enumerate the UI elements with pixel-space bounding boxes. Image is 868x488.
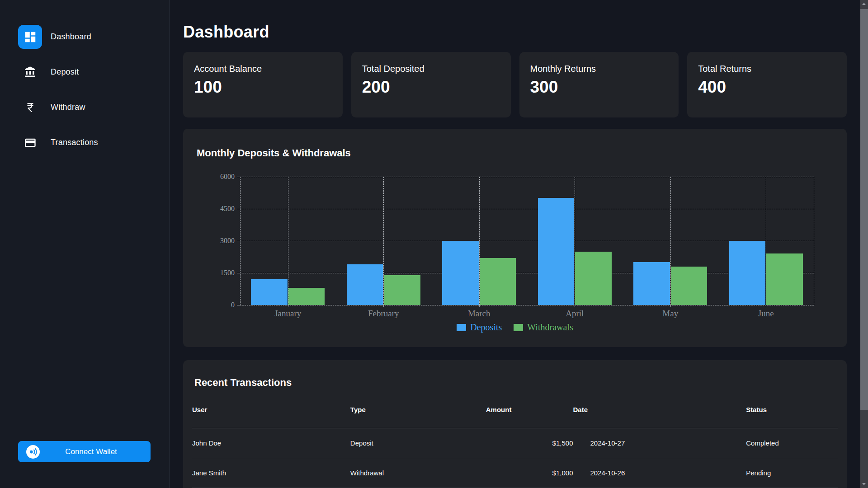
gridline-vertical [814, 177, 814, 305]
chart-title: Monthly Deposits & Withdrawals [197, 147, 833, 159]
gridline-horizontal [240, 241, 814, 241]
bar-withdrawals-april [575, 252, 611, 305]
x-axis-tick [479, 305, 480, 307]
connect-wallet-button[interactable]: Connect Wallet [18, 441, 151, 462]
cell-date: 2024-10-26 [573, 458, 728, 488]
cell-date: 2024-10-27 [573, 428, 728, 458]
scrollbar-down-button[interactable] [860, 480, 868, 488]
x-axis-label: April [566, 309, 584, 319]
x-axis-tick [670, 305, 671, 307]
y-axis-label: 1500 [198, 269, 235, 277]
sidebar-item-withdraw[interactable]: Withdraw [18, 95, 169, 119]
column-header-date: Date [573, 401, 728, 428]
y-axis-label: 4500 [198, 205, 235, 213]
stat-card-total-returns: Total Returns 400 [687, 52, 847, 117]
cell-type: Deposit [350, 428, 486, 458]
y-axis-tick [237, 273, 240, 273]
y-axis-label: 3000 [198, 237, 235, 245]
table-row: Jane Smith Withdrawal $1,000 2024-10-26 … [192, 458, 838, 488]
stat-label: Total Returns [698, 64, 836, 74]
bar-withdrawals-march [480, 258, 516, 305]
bar-deposits-may [633, 262, 670, 305]
x-axis-label: January [274, 309, 301, 319]
stat-value: 100 [194, 78, 332, 97]
cell-amount: $1,000 [486, 458, 573, 488]
stat-label: Monthly Returns [530, 64, 668, 74]
rupee-icon [18, 95, 42, 119]
cell-amount: $1,500 [486, 428, 573, 458]
sidebar-item-dashboard[interactable]: Dashboard [18, 25, 169, 49]
bank-icon [18, 60, 42, 84]
sidebar-item-label: Withdraw [51, 103, 85, 112]
sidebar-item-label: Transactions [51, 138, 98, 147]
bar-withdrawals-january [288, 288, 325, 305]
table-row: John Doe Deposit $1,500 2024-10-27 Compl… [192, 428, 838, 458]
scroll-down-icon [862, 483, 866, 485]
x-axis-label: March [468, 309, 491, 319]
cell-user: John Doe [192, 428, 350, 458]
sidebar: Dashboard Deposit Withdraw [0, 0, 170, 488]
stats-row: Account Balance 100 Total Deposited 200 … [183, 52, 847, 117]
chart-legend: DepositsWithdrawals [197, 322, 833, 333]
bar-deposits-february [347, 264, 383, 305]
legend-label: Deposits [470, 322, 502, 333]
stat-card-monthly-returns: Monthly Returns 300 [519, 52, 679, 117]
cell-type: Withdrawal [350, 458, 486, 488]
x-axis-tick [288, 305, 288, 307]
sidebar-item-label: Dashboard [51, 32, 91, 42]
recent-transactions-card: Recent Transactions User Type Amount Dat… [183, 360, 847, 488]
chart-card: Monthly Deposits & Withdrawals 015003000… [183, 129, 847, 347]
stat-value: 300 [530, 78, 668, 97]
gridline-vertical [240, 177, 241, 305]
legend-swatch [457, 324, 466, 331]
bar-deposits-april [538, 198, 574, 305]
bar-withdrawals-june [766, 253, 802, 305]
x-axis-label: May [662, 309, 678, 319]
main-content: Dashboard Account Balance 100 Total Depo… [170, 0, 868, 488]
scrollbar-thumb[interactable] [860, 9, 868, 410]
sidebar-item-label: Deposit [51, 67, 79, 77]
connect-wallet-label: Connect Wallet [40, 447, 142, 456]
stat-value: 200 [362, 78, 500, 97]
sidebar-item-transactions[interactable]: Transactions [18, 131, 169, 155]
scrollbar-up-button[interactable] [860, 0, 868, 8]
sidebar-item-deposit[interactable]: Deposit [18, 60, 169, 84]
y-axis-label: 6000 [198, 173, 235, 181]
wallet-connect-icon [26, 445, 40, 459]
gridline-horizontal [240, 273, 814, 273]
legend-item-deposits[interactable]: Deposits [457, 322, 502, 333]
y-axis-label: 0 [198, 301, 235, 309]
bar-withdrawals-february [384, 275, 420, 305]
column-header-amount: Amount [486, 401, 573, 428]
cell-user: Jane Smith [192, 458, 350, 488]
gridline-vertical [288, 177, 288, 305]
cell-status: Completed [728, 428, 838, 458]
legend-label: Withdrawals [527, 322, 573, 333]
credit-card-icon [18, 131, 42, 155]
bar-deposits-june [729, 241, 765, 305]
stat-card-account-balance: Account Balance 100 [183, 52, 343, 117]
gridline-horizontal [240, 177, 814, 177]
bar-withdrawals-may [671, 267, 707, 305]
page-title: Dashboard [183, 0, 847, 42]
x-axis-label: February [368, 309, 399, 319]
vertical-scrollbar[interactable] [860, 0, 868, 488]
y-axis-tick [237, 209, 240, 209]
x-axis-tick [766, 305, 766, 307]
gridline-horizontal [240, 305, 814, 305]
y-axis-tick [237, 177, 240, 177]
gridline-horizontal [240, 209, 814, 209]
transactions-table: User Type Amount Date Status John Doe De… [192, 401, 838, 488]
table-header-row: User Type Amount Date Status [192, 401, 838, 428]
x-axis-label: June [758, 309, 774, 319]
cell-status: Pending [728, 458, 838, 488]
bar-chart: 01500300045006000JanuaryFebruaryMarchApr… [197, 177, 833, 348]
bar-deposits-january [251, 279, 287, 305]
legend-swatch [514, 324, 523, 331]
x-axis-tick [383, 305, 384, 307]
chart-plot: 01500300045006000JanuaryFebruaryMarchApr… [240, 177, 814, 305]
stat-value: 400 [698, 78, 836, 97]
x-axis-tick [575, 305, 575, 307]
column-header-type: Type [350, 401, 486, 428]
legend-item-withdrawals[interactable]: Withdrawals [514, 322, 573, 333]
